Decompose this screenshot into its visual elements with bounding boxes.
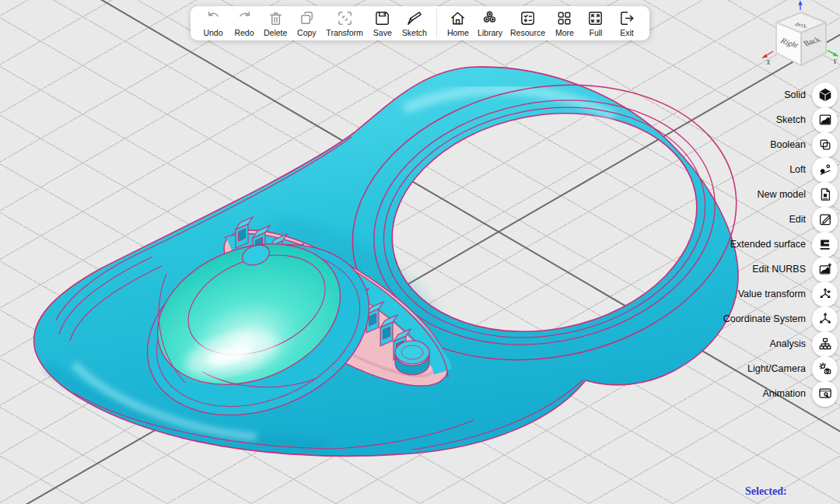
sidebar-item-animation[interactable]: Animation [723,381,838,406]
sidebar-item-label: Value transform [738,289,806,299]
view-cube[interactable]: Top Right Back X Y [753,0,840,75]
sidebar-item-analysis[interactable]: Analysis [723,331,838,356]
more-grid-icon [555,9,573,27]
transform-icon [336,9,354,27]
sidebar-item-label: Solid [784,89,806,100]
sidebar-item-new-model[interactable]: New model [723,182,838,207]
library-button[interactable]: Library [474,9,506,38]
undo-button[interactable]: Undo [198,9,229,38]
redo-button[interactable]: Redo [229,9,260,38]
toolbar-label: Undo [203,28,222,37]
toolbar-label: Exit [620,28,634,37]
model-3d-viewport[interactable] [0,0,840,504]
sidebar-item-label: Boolean [770,139,806,150]
copy-icon [298,9,316,27]
sidebar-item-value-transform[interactable]: Value transform [723,282,838,306]
sidebar-item-sketch[interactable]: Sketch [723,107,838,132]
sidebar-item-solid[interactable]: Solid [723,82,838,107]
sketch-surface-icon [812,107,838,133]
axis-x-arrow: X [761,51,773,66]
sidebar-item-boolean[interactable]: Boolean [723,132,838,157]
sidebar-item-light-camera[interactable]: Light/Camera [723,356,838,381]
exit-icon [618,9,635,27]
toolbar-label: Copy [297,28,317,37]
loft-icon [812,157,838,183]
view-cube-top-label: Top [795,23,807,29]
model-body[interactable] [34,67,738,456]
resource-button[interactable]: Resource [506,9,549,38]
exit-button[interactable]: Exit [611,9,642,38]
sidebar-item-label: Loft [789,164,806,175]
toolbar-label: Transform [326,28,362,37]
sidebar-item-label: Extended surface [730,239,806,250]
status-selected-label: Selected: [745,485,787,498]
new-model-icon [812,182,838,208]
value-transform-icon [812,282,838,307]
save-button[interactable]: Save [367,9,398,38]
transform-button[interactable]: Transform [322,9,366,38]
save-icon [373,9,391,27]
sketch-button[interactable]: Sketch [398,9,431,38]
toolbar-label: Home [447,28,469,37]
toolbar-label: Save [373,28,392,37]
sidebar-item-label: New model [757,189,806,200]
axis-x-label: X [765,58,771,66]
boolean-icon [812,132,838,158]
cad-app-window: { "toolbar": { "items": [ {"label":"Undo… [0,0,840,504]
more-button[interactable]: More [549,9,580,38]
tools-sidebar: Solid Sketch Boolean Loft New model [723,82,838,406]
edit-pencil-icon [812,207,838,233]
toolbar-label: Delete [264,28,287,37]
sidebar-item-label: Animation [762,388,806,399]
sidebar-item-loft[interactable]: Loft [723,157,838,182]
axis-z-arrow [798,1,803,11]
analysis-icon [812,331,838,357]
undo-icon [205,9,222,27]
home-icon [449,9,467,27]
sketch-pen-icon [405,9,423,27]
library-icon [481,9,499,27]
sidebar-item-coordinate-system[interactable]: Coordinate System [723,306,838,331]
toolbar-label: Redo [234,28,254,37]
sidebar-item-label: Light/Camera [747,363,806,374]
toolbar-divider [436,9,437,38]
sidebar-item-label: Analysis [769,338,806,349]
sidebar-item-label: Edit [789,214,806,225]
sidebar-item-edit-nurbs[interactable]: Edit NURBS [723,257,838,282]
sidebar-item-label: Edit NURBS [752,264,806,275]
light-camera-icon [812,356,838,382]
fullscreen-icon [586,9,604,27]
animation-icon [812,381,838,407]
toolbar-label: Library [478,28,502,37]
delete-icon [267,9,285,27]
full-button[interactable]: Full [580,9,611,38]
extended-surface-icon [812,232,838,257]
sidebar-item-label: Sketch [776,114,806,125]
home-button[interactable]: Home [443,9,474,38]
toolbar-label: More [555,28,574,37]
coordinate-system-icon [812,306,838,332]
track-pin-right [395,341,429,364]
sidebar-item-label: Coordinate System [723,313,806,324]
solid-cube-icon [812,82,838,108]
sidebar-item-extended-surface[interactable]: Extended surface [723,232,838,257]
delete-button[interactable]: Delete [260,9,291,38]
copy-button[interactable]: Copy [291,9,322,38]
axis-y-arrow: Y [828,51,839,65]
toolbar-label: Resource [510,28,545,37]
axis-y-label: Y [833,58,838,65]
edit-nurbs-icon [812,257,838,282]
top-toolbar: Undo Redo Delete Copy Transform Save Ske… [191,6,649,40]
resource-icon [519,9,537,27]
toolbar-label: Full [590,28,603,37]
toolbar-label: Sketch [402,28,427,37]
redo-icon [236,9,254,27]
sidebar-item-edit[interactable]: Edit [723,207,838,232]
